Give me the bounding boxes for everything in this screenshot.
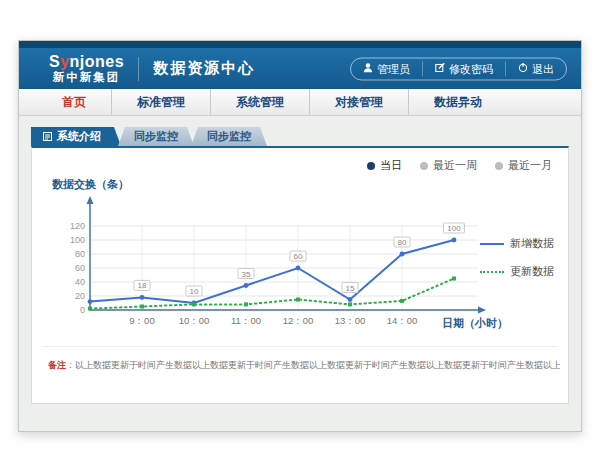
app-window: Synjones 新中新集团 数据资源中心 管理员 修改密码 退出 首页 标准管… [18, 40, 582, 432]
radio-dot-icon [367, 162, 375, 170]
user-toolbar: 管理员 修改密码 退出 [350, 57, 567, 80]
svg-text:日期（小时）: 日期（小时） [442, 317, 508, 330]
nav-item-data-change[interactable]: 数据异动 [408, 89, 507, 115]
svg-text:10: 10 [190, 287, 199, 296]
logout-label: 退出 [532, 61, 554, 76]
svg-text:18: 18 [138, 281, 147, 290]
legend-label: 更新数据 [510, 264, 554, 279]
radio-last-month[interactable]: 最近一月 [495, 158, 552, 173]
edit-icon [435, 63, 445, 75]
tab-system-intro[interactable]: 系统介绍 [31, 127, 121, 146]
power-icon [518, 63, 528, 75]
tab-label: 同步监控 [134, 129, 178, 144]
svg-text:60: 60 [294, 252, 303, 261]
svg-text:120: 120 [70, 221, 85, 231]
svg-text:11：00: 11：00 [231, 315, 261, 326]
tab-sync-monitor-1[interactable]: 同步监控 [118, 127, 194, 146]
radio-label: 当日 [380, 158, 402, 173]
legend-item-new-data[interactable]: 新增数据 [480, 236, 560, 251]
svg-text:13：00: 13：00 [335, 315, 366, 326]
svg-text:35: 35 [242, 270, 251, 279]
radio-current-day[interactable]: 当日 [367, 158, 402, 173]
window-top-strip [19, 41, 581, 48]
change-password-label: 修改密码 [449, 61, 493, 76]
svg-text:数据交换（条）: 数据交换（条） [51, 178, 129, 191]
svg-text:10：00: 10：00 [179, 315, 210, 326]
header: Synjones 新中新集团 数据资源中心 管理员 修改密码 退出 [19, 48, 581, 89]
wordmark-post: njones [70, 53, 125, 70]
chart-panel: 当日 最近一周 最近一月 0204060801001209：0010：0011：… [31, 146, 569, 404]
svg-text:20: 20 [75, 291, 85, 301]
remark-label: 备注 [48, 360, 66, 370]
nav-item-integration-mgmt[interactable]: 对接管理 [309, 89, 408, 115]
brand-wordmark: Synjones [49, 54, 124, 71]
tab-label: 同步监控 [207, 129, 251, 144]
radio-dot-icon [420, 162, 428, 170]
nav-item-standard-mgmt[interactable]: 标准管理 [111, 89, 210, 115]
brand-logo: Synjones 新中新集团 [49, 54, 124, 83]
time-range-radio-group: 当日 最近一周 最近一月 [367, 158, 552, 173]
document-grid-icon [43, 131, 52, 143]
remark: 备注：以上数据更新于时间产生数据以上数据更新于时间产生数据以上数据更新于时间产生… [48, 359, 560, 372]
wordmark-accent: y [60, 53, 69, 70]
user-name: 管理员 [377, 61, 410, 76]
tab-label: 系统介绍 [57, 129, 101, 144]
radio-label: 最近一月 [508, 158, 552, 173]
svg-text:100: 100 [447, 224, 461, 233]
svg-text:0: 0 [80, 305, 85, 315]
wordmark-pre: S [49, 53, 60, 70]
legend-item-updated-data[interactable]: 更新数据 [480, 264, 560, 279]
svg-text:80: 80 [75, 249, 85, 259]
nav-item-system-mgmt[interactable]: 系统管理 [210, 89, 309, 115]
tab-sync-monitor-2[interactable]: 同步监控 [191, 127, 267, 146]
nav-bar: 首页 标准管理 系统管理 对接管理 数据异动 [19, 89, 581, 116]
company-name: 新中新集团 [49, 71, 124, 83]
page-title: 数据资源中心 [153, 59, 255, 78]
logout-button[interactable]: 退出 [505, 61, 566, 76]
user-icon [363, 63, 373, 75]
remark-divider [42, 346, 558, 347]
dotted-line-icon [480, 271, 504, 273]
radio-label: 最近一周 [433, 158, 477, 173]
content-area: 系统介绍 同步监控 同步监控 当日 最近一周 [19, 116, 581, 432]
legend-label: 新增数据 [510, 236, 554, 251]
svg-text:12：00: 12：00 [283, 315, 314, 326]
header-divider [138, 57, 139, 81]
chart-legend: 新增数据 更新数据 [480, 236, 560, 292]
svg-text:15: 15 [346, 284, 355, 293]
svg-text:40: 40 [75, 277, 85, 287]
chart-svg: 0204060801001209：0010：0011：0012：0013：001… [42, 174, 512, 344]
svg-text:80: 80 [398, 238, 407, 247]
remark-text: ：以上数据更新于时间产生数据以上数据更新于时间产生数据以上数据更新于时间产生数据… [66, 360, 560, 370]
svg-text:9：00: 9：00 [129, 315, 154, 326]
svg-text:14：00: 14：00 [387, 315, 418, 326]
change-password-button[interactable]: 修改密码 [422, 61, 505, 76]
tab-bar: 系统介绍 同步监控 同步监控 [31, 127, 267, 146]
solid-line-icon [480, 243, 504, 245]
radio-last-week[interactable]: 最近一周 [420, 158, 477, 173]
svg-text:100: 100 [70, 235, 85, 245]
svg-text:60: 60 [75, 263, 85, 273]
radio-dot-icon [495, 162, 503, 170]
nav-item-home[interactable]: 首页 [37, 89, 111, 115]
user-menu[interactable]: 管理员 [351, 61, 422, 76]
